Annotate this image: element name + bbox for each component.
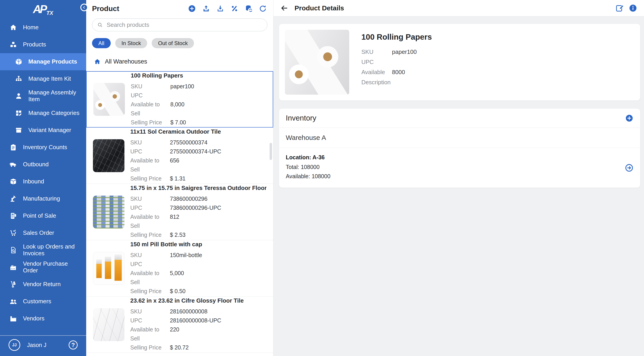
detail-row-sku: SKU paper100 (362, 47, 432, 57)
sidebar-item-manage-item-kit[interactable]: Manage Item Kit (0, 70, 86, 87)
filter-chip-in-stock[interactable]: In Stock (115, 38, 148, 48)
inventory-title: Inventory (286, 114, 316, 122)
product-list-item-15-75-in-x-15-75-in-saigres-teressa-outdoor-floor-tile[interactable]: 15.75 in x 15.75 in Saigres Teressa Outd… (86, 184, 273, 240)
inventory-counts-icon (10, 143, 17, 151)
sidebar-item-home[interactable]: Home (0, 19, 86, 36)
details-body: 100 Rolling Papers SKU paper100 UPC Avai… (274, 17, 644, 356)
inventory-location-row[interactable]: Location: A-36 Total: 108000 Available: … (279, 148, 640, 188)
add-inventory-icon[interactable] (625, 114, 634, 122)
row-sku: SKU150mil-bottle (130, 251, 266, 260)
product-list-item-11x11-sol-ceramica-outdoor-tile[interactable]: 11x11 Sol Ceramica Outdoor TileSKU275500… (86, 127, 273, 184)
row-available: Available to Sell220 (130, 325, 266, 343)
location-total: Total: 108000 (286, 164, 634, 170)
sidebar-item-vendor-purchase-order[interactable]: Vendor Purchase Order (0, 259, 86, 276)
sidebar-item-variant-manager[interactable]: Variant Manager (0, 122, 86, 139)
sidebar-item-outbound[interactable]: Outbound (0, 156, 86, 173)
item-kit-icon (15, 75, 22, 83)
back-arrow-icon[interactable] (280, 4, 288, 12)
sidebar: APTX HomeProductsManage ProductsManage I… (0, 0, 86, 356)
sidebar-item-point-of-sale[interactable]: Point of Sale (0, 207, 86, 224)
product-title: 15.75 in x 15.75 in Saigres Teressa Outd… (130, 185, 266, 192)
discounts-icon[interactable] (230, 5, 238, 13)
location-label: Location: A-36 (286, 154, 634, 161)
row-sku: SKU738600000296 (130, 194, 266, 203)
home-icon (10, 24, 17, 31)
vendor-return-icon (10, 280, 17, 288)
sidebar-item-inventory-counts[interactable]: Inventory Counts (0, 139, 86, 156)
vendor-po-icon (10, 263, 17, 271)
sidebar-item-vendor-return[interactable]: Vendor Return (0, 276, 86, 293)
sidebar-item-vendors[interactable]: Vendors (0, 310, 86, 327)
sidebar-item-look-up-orders-and-invoices[interactable]: Look up Orders and Invoices (0, 242, 86, 259)
product-name: 100 Rolling Papers (362, 33, 432, 42)
product-summary-card: 100 Rolling Papers SKU paper100 UPC Avai… (279, 24, 640, 100)
row-sku: SKU275500000374 (130, 138, 266, 147)
inventory-header: Inventory (279, 109, 640, 127)
sidebar-collapse-button[interactable] (80, 4, 88, 11)
scrollbar-thumb[interactable] (270, 143, 272, 160)
row-upc: UPC (130, 260, 266, 269)
product-list-item-100-rolling-papers[interactable]: 100 Rolling PapersSKUpaper100UPCAvailabl… (86, 71, 273, 127)
row-available: Available to Sell812 (130, 212, 266, 230)
filter-chip-out-of-stock[interactable]: Out of Stock (152, 38, 194, 48)
warehouse-filter[interactable]: All Warehouses (94, 58, 267, 65)
sidebar-item-customers[interactable]: Customers (0, 293, 86, 310)
import-products-icon[interactable] (202, 5, 210, 13)
product-title: 150 ml Pill Bottle with cap (130, 241, 266, 248)
row-price: Selling Price$ 2.53 (130, 230, 266, 239)
sync-data-icon[interactable] (244, 5, 253, 13)
sidebar-item-inbound[interactable]: Inbound (0, 173, 86, 190)
categories-icon (15, 109, 22, 117)
page-title: Product (92, 5, 119, 13)
app-logo: APTX (0, 0, 86, 19)
open-location-icon[interactable] (625, 163, 634, 172)
lookup-icon (10, 246, 17, 254)
details-title: Product Details (294, 4, 609, 12)
avatar[interactable]: JJ (8, 339, 20, 351)
user-bar: JJ Jason J ? (0, 335, 86, 356)
assembly-icon (15, 92, 22, 100)
product-list-item-23-62-in-x-23-62-in-cifre-glossy-floor-tile[interactable]: 23.62 in x 23.62 in Cifre Glossy Floor T… (86, 296, 273, 353)
location-available: Available: 108000 (286, 173, 634, 180)
product-title: 11x11 Sol Ceramica Outdoor Tile (130, 128, 266, 135)
outbound-icon (10, 161, 17, 168)
stock-filter-chips: All In Stock Out of Stock (92, 38, 267, 48)
sidebar-item-sales-order[interactable]: Sales Order (0, 224, 86, 242)
logo-text: AP (33, 3, 46, 16)
product-list-item-150-ml-pill-bottle-with-cap[interactable]: 150 ml Pill Bottle with capSKU150mil-bot… (86, 240, 273, 296)
sidebar-item-products[interactable]: Products (0, 36, 86, 53)
sidebar-menu: HomeProductsManage ProductsManage Item K… (0, 19, 86, 335)
details-actions (615, 4, 637, 13)
row-available: Available to Sell8,000 (131, 100, 266, 118)
row-available: Available to Sell5,000 (130, 269, 266, 287)
export-products-icon[interactable] (216, 5, 224, 13)
product-list: 100 Rolling PapersSKUpaper100UPCAvailabl… (86, 71, 273, 356)
product-title: 100 Rolling Papers (131, 72, 266, 79)
sidebar-item-manufacturing[interactable]: Manufacturing (0, 190, 86, 207)
row-upc: UPC275500000374-UPC (130, 147, 266, 156)
filter-chip-all[interactable]: All (92, 38, 111, 48)
details-header: Product Details (274, 0, 644, 17)
edit-product-icon[interactable] (615, 4, 624, 13)
products-icon (10, 41, 17, 49)
row-upc: UPC281600000008-UPC (130, 316, 266, 325)
sidebar-item-manage-assembly-item[interactable]: Manage Assembly Item (0, 87, 86, 105)
manufacturing-icon (10, 195, 17, 203)
add-product-icon[interactable] (188, 5, 196, 13)
product-info-icon[interactable] (629, 4, 637, 13)
search-input[interactable] (92, 19, 267, 31)
search-icon (97, 22, 103, 28)
detail-row-available: Available 8000 (362, 67, 432, 77)
row-upc: UPC738600000296-UPC (130, 203, 266, 212)
pos-icon (10, 212, 17, 220)
detail-row-upc: UPC (362, 57, 432, 67)
row-available: Available to Sell656 (130, 156, 266, 174)
sidebar-item-manage-products[interactable]: Manage Products (0, 53, 86, 70)
product-image (94, 83, 125, 116)
product-title: 23.62 in x 23.62 in Cifre Glossy Floor T… (130, 297, 266, 304)
refresh-icon[interactable] (259, 5, 267, 13)
chevron-left-icon (81, 5, 87, 10)
sidebar-item-manage-categories[interactable]: Manage Categories (0, 105, 86, 122)
help-icon[interactable]: ? (69, 340, 78, 349)
detail-row-description: Description (362, 77, 432, 87)
